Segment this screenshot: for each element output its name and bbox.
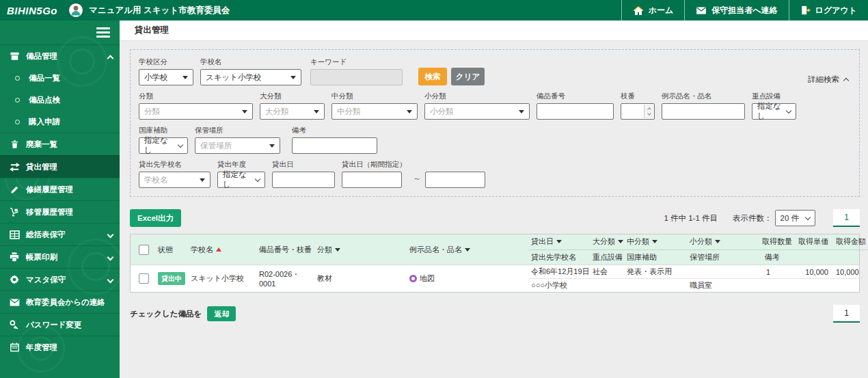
sidebar: 備品管理 備品一覧 備品点検 購入申請 廃棄一覧	[0, 21, 120, 378]
select-all-checkbox[interactable]	[139, 245, 149, 255]
sidebar-item-repair-history[interactable]: 修繕履歴管理	[0, 178, 120, 200]
minor-class-placeholder: 小分類	[430, 107, 454, 117]
major-class-select[interactable]: 大分類	[260, 103, 325, 120]
nav-contact-label: 保守担当者へ連絡	[711, 5, 777, 16]
nav-home[interactable]: ホーム	[621, 0, 685, 21]
gear-icon	[9, 275, 20, 284]
row-status: 貸出中	[157, 265, 187, 292]
table-row: 貸出中 スキット小学校 R02-0026・0001 教材 地図 令和6年	[131, 265, 859, 292]
trash-icon	[9, 139, 20, 149]
loan-date-label: 貸出日	[272, 160, 335, 170]
search-button[interactable]: 検索	[418, 68, 447, 85]
middle-class-label: 中分類	[331, 92, 418, 101]
circle-bullet-icon	[12, 76, 23, 81]
swap-arrows-icon	[9, 163, 20, 172]
search-panel: 学校区分 小学校 学校名 スキット小学校 キーワード	[130, 49, 860, 197]
header-minor-sortable[interactable]: 小分類	[687, 237, 759, 247]
detail-search-label: 詳細検索	[808, 75, 839, 85]
dropdown-arrow-icon	[269, 144, 275, 148]
dropdown-arrow-icon	[314, 110, 319, 113]
sort-desc-icon	[465, 248, 470, 252]
return-button[interactable]: 返却	[207, 306, 236, 321]
sidebar-item-loan-mgmt[interactable]: 貸出管理	[0, 155, 120, 178]
loan-year-select[interactable]: 指定なし	[217, 172, 265, 188]
excel-export-button[interactable]: Excel出力	[130, 209, 181, 227]
storage-location-select[interactable]: 保管場所	[195, 137, 280, 154]
row-checkbox[interactable]	[139, 273, 149, 284]
info-circle-icon	[409, 275, 417, 282]
sidebar-item-transfer-history[interactable]: 移管履歴管理	[0, 200, 120, 223]
loan-date-input[interactable]	[272, 172, 335, 188]
sidebar-item-equipment-list[interactable]: 備品一覧	[0, 67, 120, 89]
school-type-select[interactable]: 小学校	[139, 69, 193, 85]
clear-button[interactable]: クリア	[451, 68, 485, 85]
borrower-school-select[interactable]: 学校名	[139, 172, 211, 188]
keyword-input[interactable]	[310, 69, 403, 85]
branch-number-stepper[interactable]	[621, 103, 655, 120]
subsidy-label: 国庫補助	[139, 126, 188, 135]
header-major-sortable[interactable]: 大分類	[590, 237, 624, 247]
page-size-select[interactable]: 20 件	[775, 210, 816, 226]
page-number-button[interactable]: 1	[833, 209, 860, 227]
subsidy-select[interactable]: 指定なし	[139, 137, 188, 154]
sort-desc-icon	[618, 240, 623, 243]
row-item-name-link[interactable]: 地図	[405, 265, 528, 292]
remarks-label: 備考	[292, 126, 377, 135]
chevron-up-icon	[843, 78, 849, 83]
nav-logout[interactable]: ログアウト	[789, 0, 868, 21]
sidebar-item-equipment-mgmt[interactable]: 備品管理	[0, 44, 120, 67]
header-location: 保管場所	[687, 252, 759, 262]
item-name-input[interactable]	[662, 103, 745, 120]
school-name-label: 学校名	[200, 57, 301, 67]
remarks-input[interactable]	[292, 137, 377, 154]
sidebar-item-change-password[interactable]: パスワード変更	[0, 313, 120, 336]
header-loan-date-sortable[interactable]: 貸出日	[528, 237, 590, 247]
sidebar-item-purchase-request[interactable]: 購入申請	[0, 111, 120, 133]
major-class-placeholder: 大分類	[265, 107, 289, 117]
row-major: 社会	[590, 267, 624, 277]
sidebar-item-summary-table[interactable]: 総括表保守	[0, 223, 120, 245]
item-number-input[interactable]	[537, 103, 614, 120]
archive-icon	[9, 51, 20, 61]
priority-equipment-select[interactable]: 指定なし	[752, 103, 796, 120]
header-item-name-sortable[interactable]: 例示品名・品名	[405, 234, 528, 265]
search-row-4: 貸出先学校名 学校名 貸出年度 指定なし 貸出日	[139, 160, 851, 188]
sidebar-item-label: 備品一覧	[29, 73, 60, 83]
period-separator: ～	[413, 173, 421, 185]
sidebar-item-label: 移管履歴管理	[26, 207, 73, 217]
sidebar-item-label: パスワード変更	[26, 320, 82, 330]
sidebar-item-equipment-inspection[interactable]: 備品点検	[0, 89, 120, 111]
loan-period-to-input[interactable]	[425, 172, 485, 188]
middle-class-select[interactable]: 中分類	[331, 103, 418, 120]
school-name-select[interactable]: スキット小学校	[200, 69, 301, 85]
item-number-label: 備品番号	[537, 92, 614, 101]
detail-search-toggle[interactable]: 詳細検索	[808, 75, 848, 85]
header-amount: 取得金額	[833, 237, 868, 247]
sidebar-item-year-mgmt[interactable]: 年度管理	[0, 336, 120, 358]
loan-period-from-input[interactable]	[342, 172, 402, 188]
sidebar-item-label: 備品点検	[29, 95, 60, 105]
pencil-icon	[9, 185, 20, 194]
category-select[interactable]: 分類	[139, 103, 253, 120]
row-amount: 10,000	[833, 268, 863, 276]
nav-contact-maintenance[interactable]: 保守担当者へ連絡	[684, 0, 788, 21]
minor-class-select[interactable]: 小分類	[424, 103, 530, 120]
sidebar-item-label: 教育委員会からの連絡	[26, 297, 105, 308]
sidebar-item-label: 総括表保守	[26, 230, 66, 240]
sort-desc-icon	[556, 240, 562, 243]
sidebar-item-form-print[interactable]: 帳票印刷	[0, 245, 120, 268]
sort-desc-icon	[652, 240, 657, 243]
borrower-school-label: 貸出先学校名	[139, 160, 211, 170]
user-avatar-icon	[68, 3, 83, 18]
hamburger-menu-icon[interactable]	[96, 27, 110, 38]
sidebar-item-disposal-list[interactable]: 廃棄一覧	[0, 133, 120, 155]
header-middle-sortable[interactable]: 中分類	[624, 237, 687, 247]
row-right-section: 令和6年12月19日 社会 発表・表示用 1 10,000 10,000 ○○○…	[528, 265, 863, 292]
school-name-value: スキット小学校	[206, 72, 262, 83]
bottom-page-number-button[interactable]: 1	[833, 305, 860, 323]
header-category-sortable[interactable]: 分類	[313, 234, 405, 265]
number-spinner-icon[interactable]	[644, 105, 654, 118]
header-school-sortable[interactable]: 学校名	[187, 234, 255, 265]
sidebar-item-board-messages[interactable]: 教育委員会からの連絡	[0, 291, 120, 313]
sidebar-item-master-maintenance[interactable]: マスタ保守	[0, 268, 120, 291]
